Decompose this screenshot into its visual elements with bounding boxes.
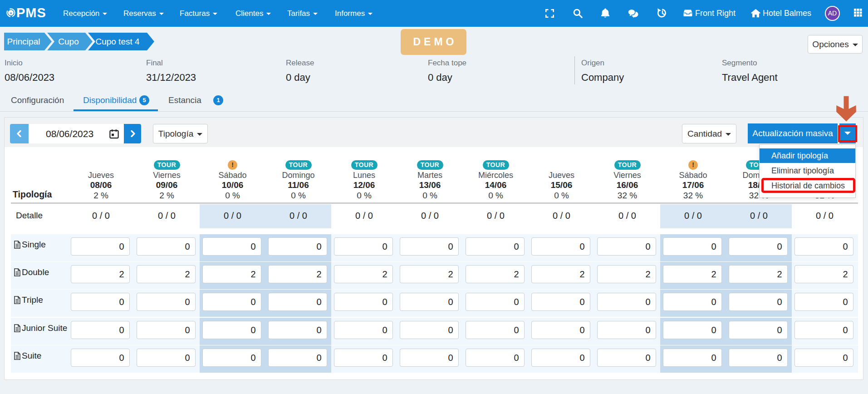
svg-text:Cupo: Cupo xyxy=(58,37,78,46)
svg-text:Cupo test 4: Cupo test 4 xyxy=(95,37,140,46)
svg-text:Principal: Principal xyxy=(7,37,40,46)
svg-text:u: u xyxy=(10,11,12,15)
